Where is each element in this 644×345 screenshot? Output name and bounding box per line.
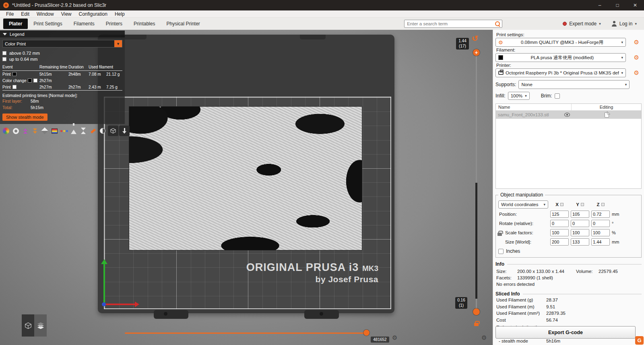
edit-printer-gear-icon[interactable]: ⚙ <box>634 69 639 76</box>
infill-select[interactable]: 100% ▾ <box>508 92 530 100</box>
inches-checkbox[interactable] <box>498 249 504 254</box>
close-button[interactable]: ✕ <box>626 0 644 10</box>
uniform-scale-lock-icon[interactable] <box>497 233 502 236</box>
show-stealth-mode-button[interactable]: Show stealth mode <box>2 114 47 121</box>
tab-print-settings[interactable]: Print Settings <box>28 19 68 29</box>
view-type-select[interactable]: Color Print ▼ <box>2 40 122 48</box>
layer-height-value: 1.44 <box>456 39 469 44</box>
tab-physical-printer[interactable]: Physical Printer <box>161 19 205 29</box>
chevron-down-icon: ▾ <box>635 22 637 26</box>
bed-foot <box>154 310 188 319</box>
minimize-button[interactable]: – <box>591 0 609 10</box>
seams-icon[interactable] <box>40 126 49 136</box>
printer-select[interactable]: Octoprint Raspberry Pi 3b * Original Pru… <box>495 68 626 77</box>
scale-y-input[interactable] <box>571 229 589 236</box>
filament-select[interactable]: PLA prusa 通常使用 (modified) ▾ <box>495 53 626 62</box>
layer-slider-top-handle[interactable]: + <box>473 49 480 56</box>
size-label: Size: <box>496 268 517 275</box>
coordinates-select[interactable]: World coordinates ▾ <box>498 200 548 209</box>
legend-header[interactable]: Legend <box>0 31 125 37</box>
export-gcode-button[interactable]: Export G-code <box>495 326 636 339</box>
pin-icon[interactable] <box>119 126 130 136</box>
rotate-z-input[interactable] <box>591 220 610 227</box>
lock-icon[interactable] <box>474 323 479 326</box>
edit-object-icon[interactable] <box>605 112 609 118</box>
retractions-icon[interactable] <box>21 126 30 136</box>
menu-window[interactable]: Window <box>33 11 58 17</box>
gear-icon[interactable]: ⚙ <box>481 334 487 341</box>
shells-3d-icon[interactable] <box>108 126 118 136</box>
chevron-down-icon: ▾ <box>525 94 527 98</box>
mode-selector[interactable]: Expert mode ▾ <box>563 21 601 27</box>
printed-object-preview[interactable] <box>129 106 362 250</box>
move-slider-handle[interactable] <box>363 330 369 336</box>
bed-branding: ORIGINAL PRUSA i3 MK3 by Josef Prusa <box>242 262 378 284</box>
contrast-icon[interactable] <box>98 126 107 136</box>
tab-plater[interactable]: Plater <box>3 19 28 29</box>
move-slider-track[interactable] <box>125 333 369 334</box>
menu-edit[interactable]: Edit <box>17 11 33 17</box>
brim-checkbox[interactable] <box>555 93 560 99</box>
scale-x-input[interactable] <box>550 229 569 236</box>
info-size-row: Size: 200.00 x 133.00 x 1.44 Volume: 225… <box>495 268 642 275</box>
paint-icon[interactable] <box>50 126 59 136</box>
menu-configuration[interactable]: Configuration <box>75 11 111 17</box>
axis-reset-icon[interactable] <box>560 203 564 206</box>
col-header: Remaining time <box>39 64 68 71</box>
info-title-text: Info <box>495 261 504 267</box>
maximize-button[interactable]: □ <box>609 0 626 10</box>
axis-reset-icon[interactable] <box>601 203 605 206</box>
menu-file[interactable]: File <box>2 11 17 17</box>
search-input[interactable] <box>406 21 495 27</box>
eye-icon[interactable] <box>564 113 570 117</box>
layer-slider-bottom-handle[interactable] <box>473 308 480 315</box>
tab-printables[interactable]: Printables <box>128 19 161 29</box>
marker-icon[interactable] <box>89 126 97 136</box>
layer-slider-top-label: 1.44 (17) <box>456 38 469 50</box>
gear-icon[interactable]: ⚙ <box>392 334 397 341</box>
editor-view-thumbnail[interactable] <box>22 314 34 337</box>
time-row: First layer: 58m <box>2 98 122 104</box>
bed-brand-text: ORIGINAL PRUSA i3 <box>246 261 359 273</box>
supports-select[interactable]: None ▾ <box>518 80 630 89</box>
hourglass-icon[interactable] <box>79 126 88 136</box>
estimated-times-title: Estimated printing times [Normal mode]: <box>2 93 122 98</box>
undo-icon[interactable]: ↺ <box>472 34 478 43</box>
scale-label: Scale factors: <box>498 230 548 235</box>
position-y-input[interactable] <box>571 211 589 218</box>
size-z-input[interactable] <box>591 238 610 246</box>
dropdown-arrow-icon[interactable]: ▼ <box>114 40 122 47</box>
search-icon[interactable] <box>495 21 500 27</box>
printer-label: Printer: <box>496 63 642 68</box>
tab-printers[interactable]: Printers <box>100 19 128 29</box>
print-settings-select[interactable]: ⚙ 0.08mm QUALITY @MK3 - HueForge用 ▾ <box>495 38 626 47</box>
scale-z-input[interactable] <box>591 229 610 236</box>
position-z-input[interactable] <box>591 211 610 218</box>
gcode-badge-icon[interactable]: G <box>635 336 644 345</box>
viewport-3d[interactable]: ORIGINAL PRUSA i3 MK3 by Josef Prusa Leg… <box>0 30 493 345</box>
rotate-x-input[interactable] <box>550 220 569 227</box>
position-x-input[interactable] <box>550 211 569 218</box>
object-list-row[interactable]: samu_Front_200x133.stl <box>496 111 641 119</box>
filament-spool-icon[interactable] <box>11 126 20 136</box>
flask-icon[interactable] <box>69 126 78 136</box>
deretractions-icon[interactable] <box>31 126 39 136</box>
edit-print-settings-gear-icon[interactable]: ⚙ <box>634 39 639 46</box>
rotate-y-input[interactable] <box>571 220 589 227</box>
size-y-input[interactable] <box>571 238 589 246</box>
color-print-icon[interactable] <box>2 126 10 136</box>
menu-view[interactable]: View <box>58 11 75 17</box>
preview-view-thumbnail[interactable] <box>34 314 47 337</box>
layer-slider-range[interactable] <box>475 183 477 299</box>
size-x-input[interactable] <box>550 238 569 246</box>
edit-filament-gear-icon[interactable]: ⚙ <box>634 54 639 61</box>
search-box[interactable] <box>404 20 502 28</box>
login-button[interactable]: Log in ▾ <box>611 21 637 27</box>
supports-label: Supports: <box>495 82 516 87</box>
tool-colors-icon[interactable] <box>60 126 68 136</box>
move-slider-value: 481652 <box>371 337 389 343</box>
tab-filaments[interactable]: Filaments <box>68 19 100 29</box>
menu-help[interactable]: Help <box>111 11 128 17</box>
axis-reset-icon[interactable] <box>581 203 584 206</box>
facets-label: Facets: <box>496 275 517 281</box>
